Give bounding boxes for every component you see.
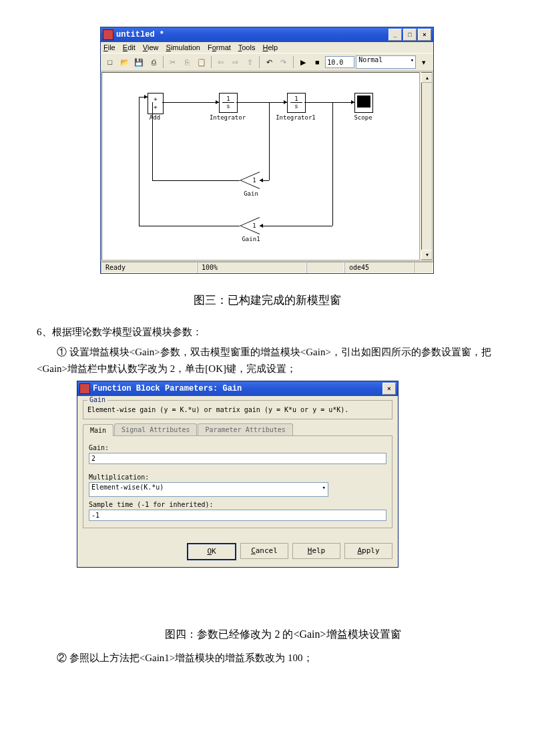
gain-label: Gain:	[89, 444, 386, 451]
tab-signal-attributes[interactable]: Signal Attributes	[114, 423, 197, 435]
button-row: OOKK Cancel Help Apply	[83, 543, 392, 560]
up-icon[interactable]: ⇧	[244, 55, 257, 69]
window-title: untitled *	[116, 30, 387, 39]
new-icon[interactable]: □	[103, 55, 117, 69]
dlg-title: Function Block Parameters: Gain	[93, 384, 381, 393]
menu-view[interactable]: View	[143, 43, 159, 51]
block-add[interactable]: ++	[148, 93, 164, 114]
label-add: Add	[144, 114, 166, 121]
menu-file[interactable]: File	[103, 43, 115, 51]
dlg-titlebar: Function Block Parameters: Gain ×	[77, 381, 398, 396]
vertical-scrollbar[interactable]: ▴▾	[421, 72, 433, 260]
tab-parameter-attributes[interactable]: Parameter Attributes	[198, 423, 292, 435]
sample-label: Sample time (-1 for inherited):	[89, 501, 386, 508]
toolbar: □ 📂 💾 ⎙ ✂ ⎘ 📋 ⇦ ⇨ ⇧ ↶ ↷ ▶ ■ Normal ▾	[101, 53, 433, 71]
print-icon[interactable]: ⎙	[147, 55, 160, 69]
para-6b: ② 参照以上方法把<Gain1>增益模块的增益系数改为 100；	[37, 650, 497, 667]
label-scope: Scope	[349, 114, 377, 121]
status-ready: Ready	[101, 262, 197, 273]
save-icon[interactable]: 💾	[132, 55, 146, 69]
maximize-button[interactable]: □	[403, 29, 417, 41]
gain-desc: Element-wise gain (y = K.*u) or matrix g…	[87, 406, 388, 413]
simulink-model-window: untitled * _ □ × File Edit View Simulati…	[100, 27, 434, 274]
extra-dropdown[interactable]: ▾	[417, 55, 431, 69]
menubar: File Edit View Simulation Format Tools H…	[101, 42, 433, 53]
minimize-button[interactable]: _	[388, 29, 402, 41]
open-icon[interactable]: 📂	[118, 55, 131, 69]
mode-dropdown[interactable]: Normal	[356, 55, 416, 69]
block-integrator[interactable]: 1 s	[219, 93, 238, 113]
status-zoom: 100%	[197, 262, 306, 273]
group-title: Gain	[87, 396, 107, 403]
gain-dialog-window: Function Block Parameters: Gain × Gain E…	[77, 381, 398, 568]
label-gain1: Gain1	[239, 236, 263, 242]
mult-dropdown[interactable]: Element-wise(K.*u)	[89, 482, 328, 497]
help-button[interactable]: Help	[292, 543, 340, 559]
block-integrator1[interactable]: 1 s	[287, 93, 306, 113]
app-icon	[103, 29, 113, 40]
menu-simulation[interactable]: Simulation	[166, 43, 200, 51]
status-solver: ode45	[344, 262, 414, 273]
statusbar: Ready 100% ode45	[101, 261, 433, 273]
forward-icon[interactable]: ⇨	[229, 55, 242, 69]
close-button[interactable]: ×	[418, 29, 431, 41]
group-gain: Gain Element-wise gain (y = K.*u) or mat…	[83, 400, 392, 419]
para-6: 6、根据理论数学模型设置模块参数：	[37, 324, 497, 341]
back-icon[interactable]: ⇦	[214, 55, 228, 69]
tabs: Main Signal Attributes Parameter Attribu…	[83, 423, 392, 436]
cut-icon[interactable]: ✂	[166, 55, 180, 69]
mult-label: Multiplication:	[89, 474, 148, 481]
menu-edit[interactable]: Edit	[123, 43, 136, 51]
menu-tools[interactable]: Tools	[238, 43, 256, 51]
copy-icon[interactable]: ⎘	[181, 55, 194, 69]
para-6a: ① 设置增益模块<Gain>参数，双击模型窗重的增益模块<Gain>，引出如图四…	[37, 344, 497, 378]
cancel-button[interactable]: Cancel	[240, 543, 288, 559]
menu-format[interactable]: Format	[208, 43, 231, 51]
label-gain: Gain	[241, 190, 261, 197]
undo-icon[interactable]: ↶	[262, 55, 276, 69]
label-integrator: Integrator	[209, 114, 246, 121]
ok-button[interactable]: OOKK	[187, 543, 236, 560]
run-icon[interactable]: ▶	[296, 55, 310, 69]
titlebar: untitled * _ □ ×	[101, 27, 433, 42]
caption-fig3: 图三：已构建完成的新模型窗	[37, 293, 497, 308]
redo-icon[interactable]: ↷	[277, 55, 290, 69]
apply-button[interactable]: Apply	[344, 543, 392, 559]
tab-main[interactable]: Main	[83, 424, 113, 436]
label-integrator1: Integrator1	[274, 114, 317, 121]
caption-fig4: 图四：参数已经修改为 2 的<Gain>增益模块设置窗	[37, 628, 497, 642]
stop-time-input[interactable]	[325, 56, 354, 68]
gain-input[interactable]	[89, 453, 386, 464]
paste-icon[interactable]: 📋	[195, 55, 208, 69]
block-scope[interactable]	[354, 93, 373, 113]
sample-input[interactable]	[89, 510, 386, 521]
app-icon	[79, 383, 90, 394]
model-canvas[interactable]: ++ Add 1 s Integrator 1 s Integrator1 Sc…	[101, 72, 420, 260]
stop-icon[interactable]: ■	[310, 55, 324, 69]
close-button[interactable]: ×	[382, 383, 396, 395]
menu-help[interactable]: Help	[262, 43, 278, 51]
